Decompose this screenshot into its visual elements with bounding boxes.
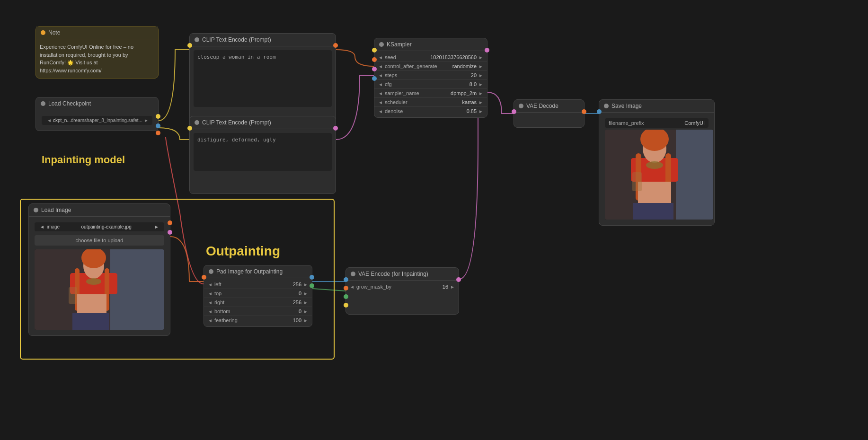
ksampler-right-0 (485, 48, 489, 53)
vae-encode-left-2 (344, 294, 348, 299)
note-dot (41, 30, 45, 35)
filename-label: filename_prefix (609, 120, 684, 126)
pad-arrow-right-4[interactable]: ► (303, 318, 308, 323)
vae-encode-row-0: ◄ grow_mask_by 16 ► (346, 282, 459, 291)
svg-point-22 (86, 278, 101, 285)
pad-arrow-left-0[interactable]: ◄ (208, 282, 213, 287)
pad-arrow-left-2[interactable]: ◄ (208, 300, 213, 305)
ksampler-arrow-left-4[interactable]: ◄ (378, 91, 383, 96)
save-image-preview (605, 130, 713, 220)
ksampler-left-1 (372, 57, 377, 62)
pad-row-0: ◄ left 256 ► (204, 280, 312, 289)
svg-rect-9 (633, 203, 673, 220)
clip1-header: CLIP Text Encode (Prompt) (190, 34, 336, 46)
pad-arrow-right-3[interactable]: ► (303, 309, 308, 314)
note-text: Experience ComfyUI Online for free – no … (36, 39, 158, 78)
ksampler-arrow-right-6[interactable]: ► (478, 109, 483, 114)
vae-decode-left (512, 109, 516, 114)
vae-encode-dot (351, 272, 355, 276)
save-image-dot (604, 104, 609, 108)
load-image-right-1 (168, 230, 172, 235)
checkpoint-arrow-left[interactable]: ◄ (47, 118, 52, 123)
vae-encode-left-0 (344, 277, 348, 282)
ksampler-left-3 (372, 76, 377, 81)
ksampler-row-3: ◄ cfg 8.0 ► (374, 80, 487, 89)
svg-point-10 (646, 161, 663, 169)
vae-decode-right (582, 109, 586, 114)
ksampler-arrow-right-3[interactable]: ► (478, 82, 483, 87)
pad-arrow-left-4[interactable]: ◄ (208, 318, 213, 323)
image-value: outpainting-example.jpg (60, 224, 153, 229)
ksampler-arrow-right-1[interactable]: ► (478, 64, 483, 69)
checkpoint-dot (41, 101, 45, 106)
load-image-preview (35, 249, 164, 330)
pad-arrow-right-0[interactable]: ► (303, 282, 308, 287)
ksampler-row-5: ◄ scheduler karras ► (374, 98, 487, 107)
checkpoint-connector-clip1 (156, 123, 160, 128)
clip2-title: CLIP Text Encode (Prompt) (202, 119, 271, 126)
vae-encode-arrow-right[interactable]: ► (450, 284, 455, 290)
save-image-left (597, 109, 602, 114)
vae-encode-title: VAE Encode (for Inpainting) (358, 271, 428, 277)
ksampler-arrow-left-3[interactable]: ◄ (378, 82, 383, 87)
checkpoint-node: Load Checkpoint ◄ ckpt_n... dreamshaper_… (35, 97, 159, 131)
note-title: Note (48, 29, 60, 36)
load-image-node: Load Image ◄ image outpainting-example.j… (28, 203, 170, 336)
vae-encode-arrow-left[interactable]: ◄ (350, 284, 354, 290)
clip1-dot (195, 37, 199, 42)
pad-row-1: ◄ top 0 ► (204, 289, 312, 298)
clip1-textarea[interactable]: closeup a woman in a room (194, 50, 332, 107)
save-image-title: Save Image (611, 103, 642, 109)
vae-decode-dot (519, 104, 523, 108)
clip2-textarea[interactable]: disfigure, deformed, ugly (194, 133, 332, 171)
choose-upload-btn[interactable]: choose file to upload (35, 235, 164, 246)
ksampler-arrow-left-6[interactable]: ◄ (378, 109, 383, 114)
pad-row-4: ◄ feathering 100 ► (204, 316, 312, 325)
ksampler-left-2 (372, 67, 377, 71)
ksampler-arrow-left-2[interactable]: ◄ (378, 73, 383, 78)
image-arrow-left[interactable]: ◄ (40, 224, 44, 229)
image-arrow-right[interactable]: ► (154, 224, 159, 229)
ksampler-title: KSampler (387, 41, 412, 48)
ksampler-node: KSampler ◄ seed 1020183376628560 ► ◄ con… (374, 38, 487, 118)
ksampler-arrow-right-4[interactable]: ► (478, 91, 483, 96)
checkpoint-title: Load Checkpoint (48, 100, 91, 107)
ksampler-arrow-left-0[interactable]: ◄ (378, 55, 383, 60)
ksampler-arrow-right-5[interactable]: ► (478, 100, 483, 105)
ksampler-row-6: ◄ denoise 0.85 ► (374, 107, 487, 115)
load-image-right-0 (168, 220, 172, 225)
pad-row-3: ◄ bottom 0 ► (204, 307, 312, 316)
clip2-connector-left (187, 126, 192, 131)
load-image-title: Load Image (41, 207, 71, 213)
checkpoint-header: Load Checkpoint (36, 97, 158, 110)
save-image-header: Save Image (599, 100, 714, 113)
checkpoint-connector-clip2 (156, 131, 160, 135)
pad-arrow-right-2[interactable]: ► (303, 300, 308, 305)
pad-right-1 (310, 283, 314, 288)
ksampler-arrow-left-5[interactable]: ◄ (378, 100, 383, 105)
vae-decode-title: VAE Decode (526, 103, 558, 109)
vae-decode-node: VAE Decode (514, 99, 585, 128)
inpainting-label: Inpainting model (42, 154, 125, 166)
pad-arrow-right-1[interactable]: ► (303, 291, 308, 296)
clip-node-2: CLIP Text Encode (Prompt) disfigure, def… (189, 116, 336, 194)
save-image-node: Save Image filename_prefix ComfyUI (599, 99, 715, 226)
checkpoint-arrow-right[interactable]: ► (144, 118, 149, 123)
ksampler-arrow-left-1[interactable]: ◄ (378, 64, 383, 69)
clip-node-1: CLIP Text Encode (Prompt) closeup a woma… (189, 33, 336, 123)
ksampler-row-1: ◄ control_after_generate randomize ► (374, 62, 487, 71)
pad-arrow-left-3[interactable]: ◄ (208, 309, 213, 314)
clip1-connector-right (333, 43, 338, 48)
ksampler-arrow-right-0[interactable]: ► (478, 55, 483, 60)
ksampler-arrow-right-2[interactable]: ► (478, 73, 483, 78)
pad-arrow-left-1[interactable]: ◄ (208, 291, 213, 296)
pad-row-2: ◄ right 256 ► (204, 298, 312, 307)
checkpoint-model: dreamshaper_8_inpainting.safet... (71, 118, 142, 123)
ksampler-dot (379, 42, 384, 47)
ksampler-row-2: ◄ steps 20 ► (374, 71, 487, 80)
pad-left-0 (202, 275, 206, 280)
svg-rect-20 (77, 294, 106, 316)
vae-encode-header: VAE Encode (for Inpainting) (346, 268, 459, 281)
outpainting-label: Outpainting (206, 244, 280, 259)
clip2-dot (195, 120, 199, 125)
